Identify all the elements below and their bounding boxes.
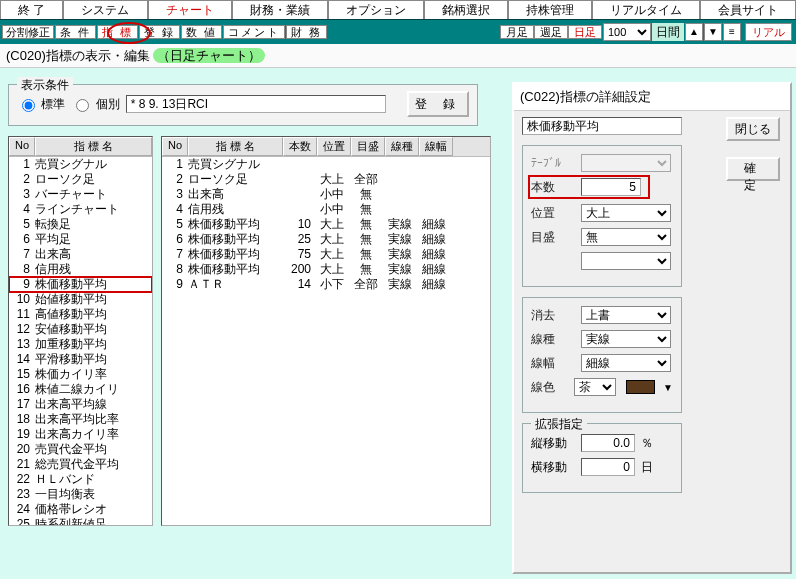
- list-item[interactable]: 6平均足: [9, 232, 152, 247]
- ext-legend: 拡張指定: [531, 416, 587, 433]
- list-item[interactable]: 8信用残: [9, 262, 152, 277]
- table-row[interactable]: 2ローソク足大上全部: [162, 172, 490, 187]
- main-tab-7[interactable]: リアルタイム: [592, 0, 700, 19]
- table-row[interactable]: 7株価移動平均75大上無実線細線: [162, 247, 490, 262]
- col-name: 指 標 名: [35, 137, 152, 156]
- table-row[interactable]: 1売買シグナル: [162, 157, 490, 172]
- list-item[interactable]: 7出来高: [9, 247, 152, 262]
- table-row[interactable]: 6株価移動平均25大上無実線細線: [162, 232, 490, 247]
- main-tab-5[interactable]: 銘柄選択: [424, 0, 508, 19]
- realtime-button[interactable]: リアル: [745, 23, 792, 41]
- unit-day: 日: [641, 459, 653, 476]
- radio-individual[interactable]: 個別: [71, 96, 119, 113]
- sel-table: [581, 154, 671, 172]
- list-item[interactable]: 16株値二線カイリ: [9, 382, 152, 397]
- indicator-config-list[interactable]: No 指 標 名 本数 位置 目盛 線種 線幅 1売買シグナル2ローソク足大上全…: [161, 136, 491, 526]
- list-item[interactable]: 1売買シグナル: [9, 157, 152, 172]
- list-item[interactable]: 3バーチャート: [9, 187, 152, 202]
- col-no: No: [9, 137, 35, 156]
- sel-lw[interactable]: 細線: [581, 354, 671, 372]
- list-item[interactable]: 12安値移動平均: [9, 322, 152, 337]
- period-up[interactable]: ▲: [685, 23, 703, 41]
- period-btn-2[interactable]: 日足: [568, 25, 602, 39]
- list-item[interactable]: 10始値移動平均: [9, 292, 152, 307]
- sel-blank[interactable]: [581, 252, 671, 270]
- indicator-name-field[interactable]: [522, 117, 682, 135]
- sel-erase[interactable]: 上書: [581, 306, 671, 324]
- input-vshift[interactable]: [581, 434, 635, 452]
- period-menu[interactable]: ≡: [723, 23, 741, 41]
- extended-box: 拡張指定 縦移動％ 横移動日: [522, 423, 682, 493]
- main-tab-8[interactable]: 会員サイト: [700, 0, 796, 19]
- main-tab-1[interactable]: システム: [63, 0, 147, 19]
- list-item[interactable]: 13加重移動平均: [9, 337, 152, 352]
- close-button[interactable]: 閉じる: [726, 117, 780, 141]
- list-item[interactable]: 14平滑移動平均: [9, 352, 152, 367]
- main-tab-0[interactable]: 終 了: [0, 0, 63, 19]
- list-item[interactable]: 24価格帯レシオ: [9, 502, 152, 517]
- toolbar-btn-2[interactable]: 指 標: [97, 25, 138, 39]
- toolbar-btn-1[interactable]: 条 件: [55, 25, 96, 39]
- table-row[interactable]: 3出来高小中無: [162, 187, 490, 202]
- list-item[interactable]: 2ローソク足: [9, 172, 152, 187]
- toolbar-btn-0[interactable]: 分割修正: [2, 25, 54, 39]
- sel-lc[interactable]: 茶: [574, 378, 616, 396]
- list-item[interactable]: 19出来高カイリ率: [9, 427, 152, 442]
- list-item[interactable]: 17出来高平均線: [9, 397, 152, 412]
- toolbar-btn-5[interactable]: コメント: [223, 25, 285, 39]
- toolbar-btn-3[interactable]: 登 録: [139, 25, 180, 39]
- indicator-master-list[interactable]: No 指 標 名 1売買シグナル2ローソク足3バーチャート4ラインチャート5転換…: [8, 136, 153, 526]
- list-item[interactable]: 20売買代金平均: [9, 442, 152, 457]
- list-item[interactable]: 18出来高平均比率: [9, 412, 152, 427]
- input-hshift[interactable]: [581, 458, 635, 476]
- list-item[interactable]: 5転換足: [9, 217, 152, 232]
- confirm-button[interactable]: 確 定: [726, 157, 780, 181]
- sel-ltype[interactable]: 実線: [581, 330, 671, 348]
- main-tab-6[interactable]: 持株管理: [508, 0, 592, 19]
- register-button[interactable]: 登 録: [407, 91, 469, 117]
- condition-text[interactable]: [126, 95, 386, 113]
- list-item[interactable]: 21総売買代金平均: [9, 457, 152, 472]
- lbl-hshift: 横移動: [531, 459, 575, 476]
- input-bars[interactable]: [581, 178, 641, 196]
- lbl-lc: 線色: [531, 379, 568, 396]
- sel-pos[interactable]: 大上: [581, 204, 671, 222]
- list-item[interactable]: 4ラインチャート: [9, 202, 152, 217]
- table-row[interactable]: 8株価移動平均200大上無実線細線: [162, 262, 490, 277]
- param-box-2: 消去上書 線種実線 線幅細線 線色茶▼: [522, 297, 682, 413]
- list-item[interactable]: 15株価カイリ率: [9, 367, 152, 382]
- period-group: 月足週足日足 100 日間 ▲ ▼ ≡: [500, 23, 741, 41]
- period-down[interactable]: ▼: [704, 23, 722, 41]
- lbl-table: ﾃｰﾌﾞﾙ: [531, 156, 575, 170]
- main-tabs: 終 了システムチャート財務・業績オプション銘柄選択持株管理リアルタイム会員サイト: [0, 0, 796, 20]
- period-unit: 日間: [652, 23, 684, 41]
- main-tab-2[interactable]: チャート: [148, 0, 232, 19]
- list-item[interactable]: 25時系列新値足: [9, 517, 152, 526]
- list-item[interactable]: 9株価移動平均: [9, 277, 152, 292]
- table-row[interactable]: 9ＡＴＲ14小下全部実線細線: [162, 277, 490, 292]
- col-bars: 本数: [283, 137, 317, 156]
- col-name: 指 標 名: [188, 137, 283, 156]
- subtitle-bar: (C020)指標の表示・編集 （日足チャート）: [0, 44, 796, 68]
- color-swatch: [626, 380, 655, 394]
- param-box-1: ﾃｰﾌﾞﾙ 本数 位置大上 目盛無: [522, 145, 682, 287]
- period-btn-1[interactable]: 週足: [534, 25, 568, 39]
- table-row[interactable]: 4信用残小中無: [162, 202, 490, 217]
- table-row[interactable]: 5株価移動平均10大上無実線細線: [162, 217, 490, 232]
- list-item[interactable]: 11高値移動平均: [9, 307, 152, 322]
- lbl-vshift: 縦移動: [531, 435, 575, 452]
- col-no: No: [162, 137, 188, 156]
- sel-scale[interactable]: 無: [581, 228, 671, 246]
- main-tab-3[interactable]: 財務・業績: [232, 0, 328, 19]
- toolbar-btn-6[interactable]: 財 務: [286, 25, 327, 39]
- list-item[interactable]: 22ＨＬバンド: [9, 472, 152, 487]
- dropdown-icon[interactable]: ▼: [663, 382, 673, 393]
- radio-standard[interactable]: 標準: [17, 96, 65, 113]
- main-tab-4[interactable]: オプション: [328, 0, 424, 19]
- period-number[interactable]: 100: [603, 23, 651, 41]
- list-item[interactable]: 23一目均衡表: [9, 487, 152, 502]
- toolbar-btn-4[interactable]: 数 値: [181, 25, 222, 39]
- period-btn-0[interactable]: 月足: [500, 25, 534, 39]
- col-scale: 目盛: [351, 137, 385, 156]
- lbl-bars: 本数: [531, 179, 575, 196]
